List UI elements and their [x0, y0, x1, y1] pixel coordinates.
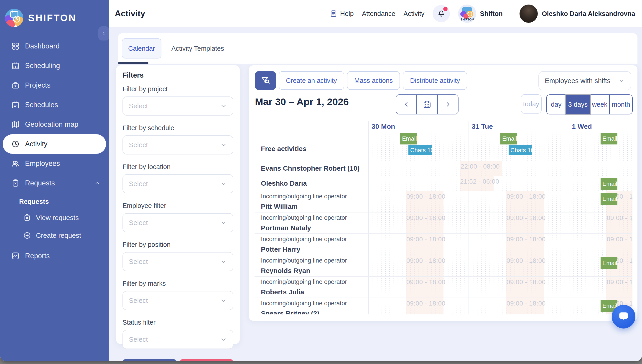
day-header-label: 30 Mon	[369, 122, 395, 130]
row-label: Incoming/outgoing line operatorRoberts J…	[255, 277, 368, 298]
activity-chip-emails[interactable]: Emails	[600, 133, 617, 144]
day-cell[interactable]	[368, 176, 468, 191]
sidebar-item-dashboard[interactable]: Dashboard	[3, 36, 106, 56]
filter-select-employee[interactable]: Select	[123, 213, 233, 232]
filter-label-project: Filter by project	[123, 85, 233, 93]
chat-launcher-button[interactable]	[612, 305, 635, 328]
tab-activity-templates[interactable]: Activity Templates	[170, 39, 226, 58]
today-button[interactable]: today	[521, 94, 542, 114]
activity-chip-emails[interactable]: Emails	[600, 178, 617, 190]
activity-chip-chats[interactable]: Chats 10:00	[408, 145, 432, 156]
sidebar-collapse-button[interactable]	[98, 26, 109, 40]
shift-span[interactable]: 09:00 - 18:00	[506, 234, 544, 255]
calendar-lines-icon	[12, 101, 20, 109]
sidebar-item-employees[interactable]: Employees	[3, 154, 106, 173]
sidebar-item-view-requests[interactable]: View requests	[0, 209, 109, 226]
shift-span[interactable]: 09:00 - 18:00	[406, 255, 443, 276]
activity-chip-chats[interactable]: Chats 10:00	[509, 145, 532, 156]
filter-select-schedule[interactable]: Select	[123, 135, 233, 154]
employees-filter-select[interactable]: Employees with shifts	[538, 71, 631, 90]
filter-select-project[interactable]: Select	[123, 96, 233, 116]
shift-span[interactable]: 22:00 - 08:00	[460, 161, 502, 176]
shift-span[interactable]: 09:00 - 18:00	[406, 277, 443, 298]
shift-time-label: 09:00 - 18:00	[506, 300, 546, 307]
report-icon	[12, 252, 20, 260]
workspace-switcher[interactable]: SHIFTON Shifton	[458, 4, 503, 23]
header-link-help[interactable]: Help	[330, 10, 354, 18]
shift-span[interactable]: 09:00 - 18:00	[406, 212, 443, 234]
shift-span[interactable]: 09:00 - 18:00	[406, 191, 443, 212]
help-icon	[330, 10, 337, 18]
day-header-label: 1 Wed	[569, 122, 592, 130]
sidebar: SHIFTON DashboardSchedulingProjectsSched…	[0, 0, 109, 361]
view-day-button[interactable]: day	[547, 95, 566, 114]
filters-title: Filters	[123, 71, 233, 80]
header-link-label: Help	[340, 10, 354, 18]
shift-time-label: 09:00 - 18:00	[607, 214, 632, 222]
top-header: Activity HelpAttendanceActivity	[109, 0, 642, 27]
activity-chip-emails[interactable]: Emails	[500, 133, 517, 144]
day-header-1: 31 Tue	[468, 121, 569, 132]
sidebar-item-schedules[interactable]: Schedules	[3, 95, 106, 115]
distribute-activity-button[interactable]: Distribute activity	[403, 71, 467, 90]
view-3days-button[interactable]: 3 days	[566, 95, 589, 114]
notifications-button[interactable]	[433, 5, 450, 22]
filter-select-position[interactable]: Select	[123, 252, 233, 271]
shift-span[interactable]: 09:00 - 18:00	[506, 191, 544, 212]
schedule-row: Incoming/outgoing line operatorRoberts J…	[255, 276, 632, 298]
chevron-right-icon	[444, 101, 451, 108]
activity-chip-emails[interactable]: Emails	[600, 193, 617, 205]
header-link-attendance[interactable]: Attendance	[362, 10, 395, 18]
workspace-logo-icon: SHIFTON	[458, 4, 476, 23]
schedule-row: Free activitiesEmailsChats 10:00EmailsCh…	[255, 132, 632, 160]
chevron-up-icon	[94, 180, 100, 186]
shift-span[interactable]: 09:00 - 18:00	[506, 277, 544, 298]
header-link-activity[interactable]: Activity	[403, 10, 424, 18]
shift-time-label: 09:00 - 18:00	[506, 214, 546, 222]
shift-span[interactable]: 09:00 - 18:00	[406, 298, 443, 314]
shift-span[interactable]: 09:00 - 18:00	[606, 234, 632, 255]
row-name: Potter Harry	[261, 246, 368, 253]
filter-select-location[interactable]: Select	[123, 174, 233, 194]
view-week-button[interactable]: week	[590, 95, 609, 114]
create-activity-button[interactable]: Create an activity	[279, 71, 344, 90]
shift-span[interactable]: 09:00 - 18:00	[406, 234, 443, 255]
toggle-filters-button[interactable]	[255, 71, 276, 90]
sidebar-group-header-requests: Requests	[0, 194, 109, 209]
brand-name: SHIFTON	[28, 12, 77, 24]
activity-chip-emails[interactable]: Emails	[600, 257, 617, 269]
sidebar-item-reports[interactable]: Reports	[3, 246, 106, 266]
brand[interactable]: SHIFTON	[0, 0, 109, 30]
day-cell[interactable]	[368, 161, 468, 176]
shift-span[interactable]: 09:00 - 18:00	[506, 212, 544, 234]
prev-period-button[interactable]	[396, 95, 416, 114]
sidebar-item-create-request[interactable]: Create request	[0, 226, 109, 244]
shift-span[interactable]: 09:00 - 18:00	[506, 255, 544, 276]
filter-select-marks[interactable]: Select	[123, 291, 233, 310]
clear-button[interactable]: Clear	[180, 359, 234, 361]
sidebar-item-scheduling[interactable]: Scheduling	[3, 56, 106, 76]
activity-chip-emails[interactable]: Emails	[400, 133, 417, 144]
date-picker-button[interactable]	[416, 95, 437, 114]
search-button[interactable]: Search	[123, 359, 176, 361]
shift-span[interactable]: 09:00 - 18:00	[506, 298, 544, 314]
shift-span[interactable]: 09:00 - 18:00	[606, 277, 632, 298]
shift-span[interactable]: 09:00 - 18:00	[606, 212, 632, 234]
sidebar-item-activity[interactable]: Activity	[3, 134, 106, 154]
next-period-button[interactable]	[437, 95, 458, 114]
sidebar-item-projects[interactable]: Projects	[3, 76, 106, 95]
mass-actions-button[interactable]: Mass actions	[347, 71, 400, 90]
shift-span[interactable]: 21:52 - 06:00	[460, 176, 493, 191]
filters-panel: Filters Filter by projectSelectFilter by…	[116, 65, 240, 344]
chevron-left-icon	[403, 101, 410, 108]
user-menu[interactable]: Oleshko Daria Aleksandrovna	[519, 4, 635, 23]
filter-label-employee: Employee filter	[123, 202, 233, 210]
select-placeholder: Select	[129, 180, 148, 188]
view-month-button[interactable]: month	[609, 95, 632, 114]
row-label: Free activities	[255, 132, 368, 160]
day-cell[interactable]	[569, 161, 632, 176]
sidebar-item-requests[interactable]: Requests	[3, 173, 106, 193]
tab-calendar[interactable]: Calendar	[122, 38, 161, 58]
sidebar-item-geolocation-map[interactable]: Geolocation map	[3, 115, 106, 134]
filter-select-status[interactable]: Select	[123, 330, 233, 349]
